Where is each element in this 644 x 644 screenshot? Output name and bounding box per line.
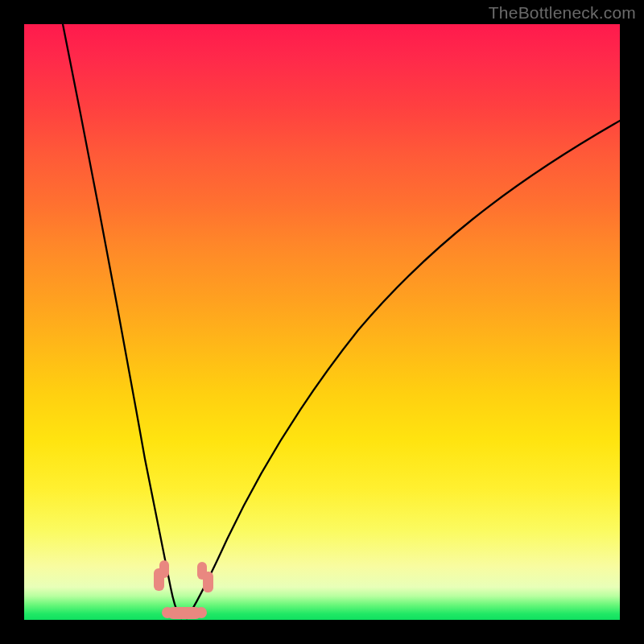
curve-left-branch: [63, 24, 181, 618]
marker-right-cluster: [197, 562, 213, 592]
watermark-text: TheBottleneck.com: [489, 3, 636, 23]
svg-point-5: [162, 607, 173, 618]
svg-rect-1: [159, 560, 169, 578]
curve-right-branch: [187, 121, 620, 618]
marker-left-cluster: [154, 560, 169, 591]
plot-area: [24, 24, 620, 620]
curve-layer: [24, 24, 620, 620]
svg-point-6: [196, 607, 207, 618]
svg-rect-3: [203, 572, 213, 592]
marker-bottom-bar: [162, 607, 207, 619]
chart-frame: TheBottleneck.com: [0, 0, 644, 644]
